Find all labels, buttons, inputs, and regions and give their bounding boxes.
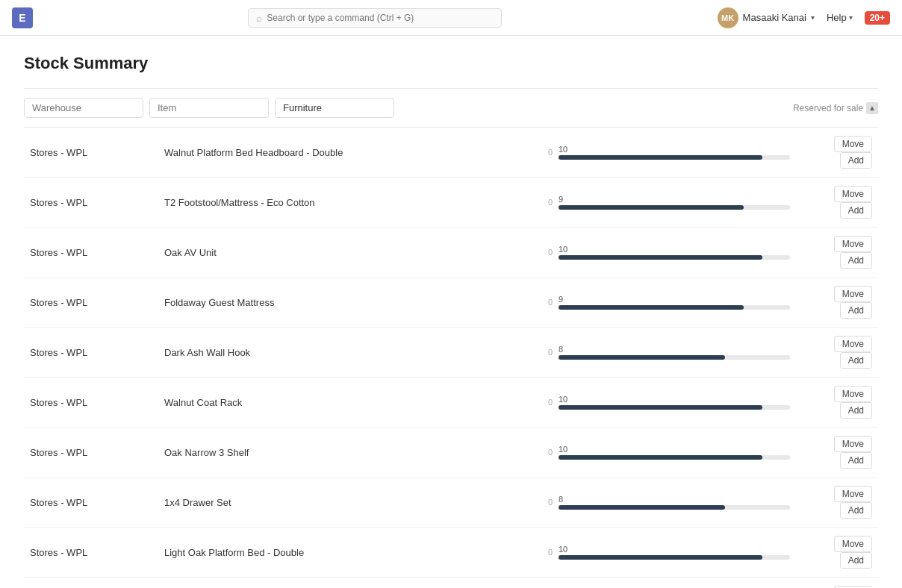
warehouse-cell: Garden State Plaza - M: [24, 578, 158, 589]
bar-cell: 0 10: [542, 228, 796, 278]
add-button[interactable]: Add: [840, 252, 872, 269]
topnav-right: MK Masaaki Kanai ▾ Help ▾ 20+: [718, 7, 890, 28]
move-button[interactable]: Move: [834, 486, 872, 502]
actions-cell: Move Add: [796, 428, 878, 478]
item-cell: Walnut Platform Bed Headboard - Double: [158, 128, 542, 178]
add-button[interactable]: Add: [840, 352, 872, 369]
bar-wrap: 8: [559, 495, 790, 510]
move-button[interactable]: Move: [834, 136, 872, 152]
move-button[interactable]: Move: [834, 536, 872, 552]
help-menu[interactable]: Help ▾: [827, 12, 853, 23]
category-filter[interactable]: [275, 98, 394, 118]
bar-track: [559, 205, 790, 210]
bar-wrap: 10: [559, 395, 790, 410]
move-button[interactable]: Move: [834, 286, 872, 302]
bar-cell: 0 8: [542, 328, 796, 378]
help-dropdown-arrow: ▾: [849, 13, 853, 22]
top-navigation: E ⌕ MK Masaaki Kanai ▾ Help ▾ 20+: [0, 0, 902, 36]
add-button[interactable]: Add: [840, 502, 872, 519]
actions-cell: Move Add: [796, 478, 878, 528]
bar-fill: [559, 555, 762, 560]
warehouse-cell: Stores - WPL: [24, 228, 158, 278]
actions-cell: Move Add: [796, 128, 878, 178]
item-cell: Walnut Coat Rack: [158, 378, 542, 428]
bar-fill: [559, 455, 762, 460]
bar-min: 0: [548, 298, 556, 307]
add-button[interactable]: Add: [840, 202, 872, 219]
bar-min: 0: [548, 148, 556, 157]
item-cell: Foldaway Guest Mattress: [158, 278, 542, 328]
table-row: Stores - WPL 1x4 Drawer Set 0 8 Move Add: [24, 478, 878, 528]
notification-badge[interactable]: 20+: [865, 11, 890, 25]
app-logo[interactable]: E: [12, 7, 33, 28]
reserved-sort-icon[interactable]: ▲: [866, 102, 878, 114]
bar-wrap: 9: [559, 195, 790, 210]
bar-track: [559, 505, 790, 510]
reserved-for-sale-label: Reserved for sale ▲: [793, 102, 878, 114]
move-button[interactable]: Move: [834, 386, 872, 402]
search-area: ⌕: [42, 8, 709, 28]
warehouse-cell: Stores - WPL: [24, 128, 158, 178]
move-button[interactable]: Move: [834, 186, 872, 202]
item-cell: Oak AV Unit: [158, 228, 542, 278]
search-input[interactable]: [267, 13, 494, 23]
bar-qty: 10: [559, 245, 790, 254]
bar-qty: 8: [559, 345, 790, 354]
bar-min: 0: [548, 448, 556, 457]
bar-fill: [559, 205, 744, 210]
add-button[interactable]: Add: [840, 152, 872, 169]
warehouse-cell: Stores - WPL: [24, 428, 158, 478]
bar-cell: 0 8: [542, 478, 796, 528]
bar-wrap: 9: [559, 295, 790, 310]
bar-fill: [559, 505, 725, 510]
table-row: Stores - WPL T2 Footstool/Mattress - Eco…: [24, 178, 878, 228]
bar-cell: 0 10: [542, 578, 796, 589]
table-row: Stores - WPL Walnut Coat Rack 0 10 Move …: [24, 378, 878, 428]
item-cell: T2 Footstool/Mattress - Eco Cotton: [158, 178, 542, 228]
actions-cell: Move Add: [796, 578, 878, 589]
warehouse-cell: Stores - WPL: [24, 328, 158, 378]
help-label: Help: [827, 12, 847, 23]
bar-fill: [559, 405, 762, 410]
bar-min: 0: [548, 198, 556, 207]
bar-track: [559, 355, 790, 360]
bar-qty: 10: [559, 395, 790, 404]
add-button[interactable]: Add: [840, 402, 872, 419]
move-button[interactable]: Move: [834, 236, 872, 252]
add-button[interactable]: Add: [840, 452, 872, 469]
warehouse-cell: Stores - WPL: [24, 478, 158, 528]
add-button[interactable]: Add: [840, 552, 872, 569]
user-name: Masaaki Kanai: [743, 12, 806, 23]
search-box[interactable]: ⌕: [248, 8, 502, 28]
move-button[interactable]: Move: [834, 336, 872, 352]
stock-table: Stores - WPL Walnut Platform Bed Headboa…: [24, 128, 878, 588]
bar-wrap: 10: [559, 145, 790, 160]
table-row: Stores - WPL Foldaway Guest Mattress 0 9…: [24, 278, 878, 328]
actions-cell: Move Add: [796, 278, 878, 328]
filter-bar: Reserved for sale ▲: [24, 88, 878, 128]
bar-fill: [559, 155, 762, 160]
warehouse-cell: Stores - WPL: [24, 278, 158, 328]
item-filter[interactable]: [149, 98, 269, 118]
table-row: Stores - WPL Oak AV Unit 0 10 Move Add: [24, 228, 878, 278]
item-cell: Dark Ash Wall Hook: [158, 328, 542, 378]
warehouse-filter[interactable]: [24, 98, 143, 118]
warehouse-cell: Stores - WPL: [24, 378, 158, 428]
item-cell: 1x4 Drawer Set: [158, 478, 542, 528]
add-button[interactable]: Add: [840, 302, 872, 319]
actions-cell: Move Add: [796, 228, 878, 278]
move-button[interactable]: Move: [834, 436, 872, 452]
warehouse-cell: Stores - WPL: [24, 178, 158, 228]
bar-track: [559, 555, 790, 560]
bar-cell: 0 10: [542, 128, 796, 178]
user-menu[interactable]: MK Masaaki Kanai ▾: [718, 7, 815, 28]
bar-wrap: 8: [559, 345, 790, 360]
item-cell: T2 Footstool/Mattress - Eco Cotton: [158, 578, 542, 589]
warehouse-cell: Stores - WPL: [24, 528, 158, 578]
bar-track: [559, 155, 790, 160]
bar-track: [559, 305, 790, 310]
table-row: Stores - WPL Light Oak Platform Bed - Do…: [24, 528, 878, 578]
item-cell: Oak Narrow 3 Shelf: [158, 428, 542, 478]
actions-cell: Move Add: [796, 178, 878, 228]
bar-min: 0: [548, 498, 556, 507]
